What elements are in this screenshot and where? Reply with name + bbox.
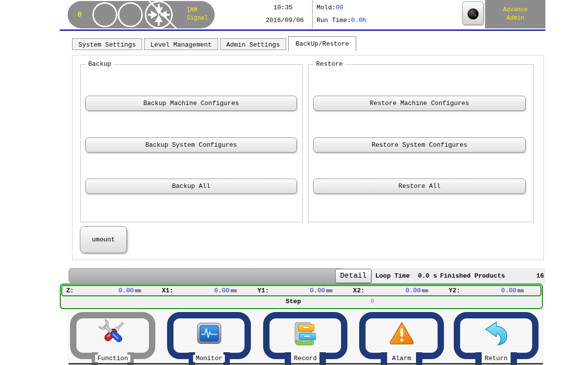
loop-time-value: 0.0 s xyxy=(418,272,437,280)
restore-group-title: Restore xyxy=(314,60,345,68)
axis-y2: Y2: 0.00 mm xyxy=(445,287,540,294)
tab-backup-restore[interactable]: BackUp/Restore xyxy=(288,36,356,51)
axis-x1: X1: 0.00 mm xyxy=(158,287,253,294)
finished-products-value: 16 xyxy=(517,272,544,280)
nav-return-label: Return xyxy=(482,355,510,362)
backup-machine-configures-button[interactable]: Backup Machine Configures xyxy=(85,96,297,111)
signal-count: 0 xyxy=(77,11,81,19)
umount-button[interactable]: umount xyxy=(80,226,127,253)
header-divider xyxy=(312,0,313,28)
backup-system-configures-button[interactable]: Backup System Configures xyxy=(85,137,297,153)
tools-icon xyxy=(98,318,128,351)
backup-all-button[interactable]: Backup All xyxy=(85,179,297,194)
imm-signal-label: IMM Signal xyxy=(187,6,208,22)
nav-alarm-label: Alarm xyxy=(390,355,414,362)
step-label: Step xyxy=(286,298,301,305)
axis-z: Z: 0.00 mm xyxy=(62,287,158,294)
backup-group-title: Backup xyxy=(86,60,114,68)
axis-x2: X2: 0.00 mm xyxy=(349,287,445,294)
nav-function-button[interactable]: Function xyxy=(70,312,155,359)
step-row: Step 0 xyxy=(61,296,541,308)
axis-status-box: Z: 0.00 mm X1: 0.00 mm Y1: 0.00 mm X2: 0… xyxy=(60,284,543,309)
backup-restore-page: Backup Restore Backup Machine Configures… xyxy=(72,55,544,260)
runtime-label: Run Time: xyxy=(317,17,351,24)
tab-admin-settings[interactable]: Admin Settings xyxy=(220,38,286,50)
settings-tab-bar: System Settings Level Management Admin S… xyxy=(72,36,356,51)
restore-system-configures-button[interactable]: Restore System Configures xyxy=(313,137,526,153)
mold-readout: Mold:00 xyxy=(317,4,343,11)
camera-icon xyxy=(467,8,479,20)
tab-level-management[interactable]: Level Management xyxy=(144,38,218,50)
time-value: 10:35 xyxy=(273,4,293,11)
clock: 10:35 2016/09/06 xyxy=(265,0,312,28)
user-role-line1: Advance xyxy=(485,6,545,14)
nav-record-button[interactable]: Record xyxy=(263,312,347,359)
restore-machine-configures-button[interactable]: Restore Machine Configures xyxy=(313,96,526,111)
camera-button[interactable] xyxy=(462,1,484,25)
restore-all-button[interactable]: Restore All xyxy=(313,179,526,194)
nav-return-button[interactable]: Return xyxy=(454,312,539,359)
warning-triangle-icon xyxy=(389,321,415,348)
detail-button[interactable]: Detail xyxy=(335,269,371,283)
date-value: 2016/09/06 xyxy=(266,17,304,24)
return-arrow-icon xyxy=(483,321,510,348)
bottom-border-line xyxy=(69,363,543,365)
user-role-line2: Admin xyxy=(485,14,545,23)
signal-lamps-icon xyxy=(91,1,194,31)
loop-time-label: Loop Time xyxy=(375,272,410,280)
hmi-screen: 0 IMM Signal 10:35 2016/09/06 xyxy=(0,0,588,365)
tab-system-settings[interactable]: System Settings xyxy=(72,38,142,50)
monitor-icon xyxy=(196,322,222,347)
runtime-value: 0.0h xyxy=(351,17,366,24)
runtime-readout: Run Time:0.0h xyxy=(317,17,366,24)
axis-y1: Y1: 0.00 mm xyxy=(253,287,349,294)
nav-monitor-label: Monitor xyxy=(193,355,225,362)
finished-products-label: Finished Products xyxy=(440,272,505,280)
nav-monitor-button[interactable]: Monitor xyxy=(167,312,251,359)
file-cabinet-icon xyxy=(293,320,318,348)
step-value: 0 xyxy=(370,298,374,305)
imm-signal-panel: 0 IMM Signal xyxy=(68,1,215,28)
header-separator xyxy=(60,29,545,31)
user-role-badge: Advance Admin xyxy=(485,0,545,28)
mold-label: Mold: xyxy=(317,4,336,11)
axis-readout-row: Z: 0.00 mm X1: 0.00 mm Y1: 0.00 mm X2: 0… xyxy=(61,285,541,296)
progress-bar xyxy=(69,268,344,283)
nav-alarm-button[interactable]: Alarm xyxy=(359,312,444,359)
mold-value: 00 xyxy=(336,4,343,11)
nav-function-label: Function xyxy=(95,355,130,362)
nav-record-label: Record xyxy=(292,355,319,362)
